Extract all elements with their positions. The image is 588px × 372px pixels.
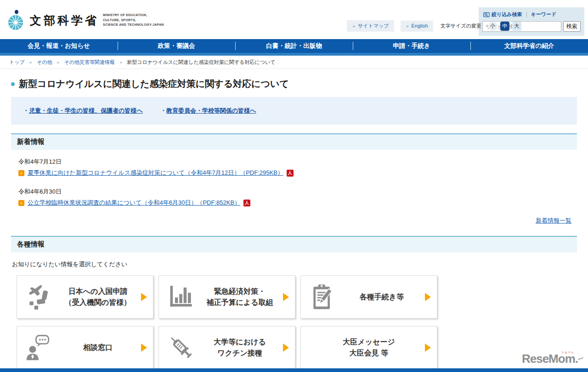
audience-links-box: ・児童・生徒・学生の皆様、保護者の皆様へ ・教育委員会・学校等関係の皆様へ [11,97,577,125]
chevron-right-icon: ＞ [406,24,410,29]
news-row: 公立学校臨時休業状況調査の結果について（令和4年6月30日）（PDF:852KB… [18,199,577,207]
syringe-icon [167,334,195,361]
logo-subtitle: MINISTRY OF EDUCATION, CULTURE, SPORTS, … [103,13,164,28]
news-list-link[interactable]: 新着情報一覧 [536,217,571,224]
logo-text: 文部科学省 MINISTRY OF EDUCATION, CULTURE, SP… [30,13,164,28]
page-title-text: 新型コロナウイルスに関連した感染症対策に関する対応について [19,78,289,90]
audience-link-label: 教育委員会・学校等関係の皆様へ [166,107,256,114]
pdf-icon [243,200,250,206]
person-chat-icon [25,334,53,361]
news-row: 夏季休業に向けた新型コロナウイルス感染症対策について（令和4年7月12日）（PD… [18,169,577,177]
footer-strip [0,368,588,372]
nav-item-whitepaper[interactable]: 白書・統計・出版物 [235,39,353,53]
breadcrumb-separator: ＞ [28,60,33,65]
orange-arrow-icon [283,293,289,301]
card-label: 大学等における ワクチン接種 [195,337,295,359]
nav-item-about[interactable]: 文部科学省の紹介 [470,39,588,53]
search-tabs: 絞り込み検索 キーワード [482,11,581,21]
orange-arrow-icon [141,293,147,301]
mext-logo[interactable]: 文部科学省 MINISTRY OF EDUCATION, CULTURE, SP… [6,9,164,31]
card-minister-message[interactable]: 大臣メッセージ 大臣会見 等 [300,326,437,369]
orange-arrow-bullet-icon [18,200,24,206]
list-bullet: ・ [160,107,166,114]
audience-link-schools[interactable]: ・教育委員会・学校等関係の皆様へ [160,107,256,115]
logo-subtitle-line: MINISTRY OF EDUCATION, [103,13,164,18]
sitemap-button[interactable]: ＞サイトマップ [347,20,394,32]
news-section: 新着情報 令和4年7月12日 夏季休業に向けた新型コロナウイルス感染症対策につい… [11,133,577,225]
card-label: 相談窓口 [53,342,153,353]
orange-arrow-bullet-icon [18,170,24,176]
header-utility-row: ＞サイトマップ ＞English 文字サイズの変更 小 中 大 [347,20,521,32]
pdf-icon [287,170,294,177]
breadcrumb-separator: ＞ [119,60,123,65]
site-header: 文部科学省 MINISTRY OF EDUCATION, CULTURE, SP… [0,0,588,39]
news-date: 令和4年6月30日 [18,188,577,196]
resemom-watermark: リセマム ReseMom. [522,352,578,366]
font-size-medium-button[interactable]: 中 [500,22,509,31]
font-size-small-button[interactable]: 小 [488,22,498,31]
orange-arrow-icon [425,293,431,301]
news-section-header: 新着情報 [11,133,577,150]
english-button[interactable]: ＞English [401,21,433,32]
logo-subtitle-line: SCIENCE AND TECHNOLOGY-JAPAN [103,23,164,28]
card-entry-application[interactable]: 日本への入国申請 （受入機関の皆様） [17,275,153,319]
card-vaccination[interactable]: 大学等における ワクチン接種 [158,326,295,369]
card-consultation[interactable]: 相談窓口 [17,326,153,369]
font-size-large-button[interactable]: 大 [512,22,521,31]
card-economic-measures[interactable]: 緊急経済対策・ 補正予算による取組 [158,275,295,319]
font-size-label: 文字サイズの変更 [441,23,481,29]
breadcrumb-link-top[interactable]: トップ [9,59,25,65]
card-procedures[interactable]: 各種手続き等 [300,275,437,319]
title-bullet-icon [11,82,15,86]
keyword-tab[interactable]: キーワード [531,11,557,18]
audience-link-students[interactable]: ・児童・生徒・学生の皆様、保護者の皆様へ [23,107,143,115]
keyword-label: キーワード [531,11,557,18]
mext-crest-icon [6,9,26,31]
bar-chart-icon [167,283,195,311]
breadcrumb-link-other[interactable]: その他 [37,59,52,65]
nav-item-application[interactable]: 申請・手続き [353,39,470,53]
news-link-school-closure-survey[interactable]: 公立学校臨時休業状況調査の結果について（令和4年6月30日）（PDF:852KB… [28,199,240,207]
breadcrumb-separator: ＞ [56,60,60,65]
watermark-ruby: リセマム [561,350,574,355]
list-bullet: ・ [23,107,29,114]
news-more-row: 新着情報一覧 [11,217,571,225]
clipboard-pen-icon [309,283,337,311]
breadcrumb-link-disaster-info[interactable]: その他災害等関連情報 [64,59,115,65]
card-label: 緊急経済対策・ 補正予算による取組 [195,286,295,308]
card-label: 各種手続き等 [337,292,437,303]
info-instruction: お知りになりたい情報を選択してください [12,260,577,269]
breadcrumb-current: 新型コロナウイルスに関連した感染症対策に関する対応について [127,59,275,65]
search-button[interactable]: 検索 [563,21,581,32]
card-label: 日本への入国申請 （受入機関の皆様） [53,286,153,308]
page: 文部科学省 MINISTRY OF EDUCATION, CULTURE, SP… [0,0,588,372]
info-section-header: 各種情報 [11,236,577,252]
airplane-seat-icon [25,283,53,311]
orange-arrow-icon [425,343,431,352]
logo-subtitle-line: CULTURE, SPORTS, [103,18,164,23]
nav-item-policy[interactable]: 政策・審議会 [118,39,235,53]
chevron-right-icon: ＞ [352,24,356,29]
main-content: 新型コロナウイルスに関連した感染症対策に関する対応について ・児童・生徒・学生の… [0,78,588,369]
info-cards-grid: 日本への入国申請 （受入機関の皆様） [17,275,577,369]
info-section: 各種情報 お知りになりたい情報を選択してください 日本への入 [11,236,577,369]
tab-divider [526,12,527,17]
logo-title: 文部科学省 [30,13,99,28]
filter-search-label: 絞り込み検索 [492,11,522,18]
orange-arrow-icon [283,343,289,352]
global-nav: 会見・報道・お知らせ 政策・審議会 白書・統計・出版物 申請・手続き 文部科学省… [0,39,588,53]
orange-arrow-icon [141,343,147,352]
nav-item-press[interactable]: 会見・報道・お知らせ [0,39,118,53]
page-title: 新型コロナウイルスに関連した感染症対策に関する対応について [11,78,577,90]
breadcrumb: トップ ＞ その他 ＞ その他災害等関連情報 ＞ 新型コロナウイルスに関連した感… [0,56,588,69]
card-label: 大臣メッセージ 大臣会見 等 [301,337,437,359]
sitemap-label: サイトマップ [358,23,389,29]
english-label: English [412,23,428,29]
news-date: 令和4年7月12日 [18,158,577,166]
filtered-search-tab[interactable]: 絞り込み検索 [483,11,522,18]
news-link-summer-measures[interactable]: 夏季休業に向けた新型コロナウイルス感染症対策について（令和4年7月12日）（PD… [28,169,283,177]
filter-search-icon [483,12,490,17]
audience-link-label: 児童・生徒・学生の皆様、保護者の皆様へ [29,107,143,114]
